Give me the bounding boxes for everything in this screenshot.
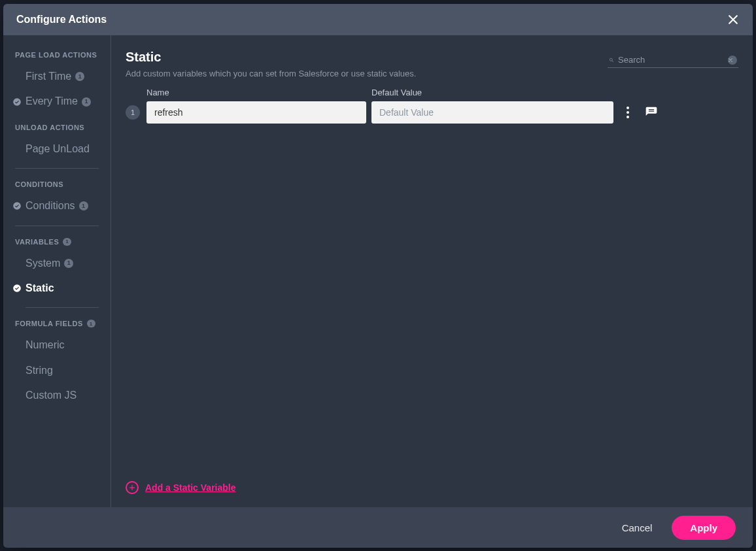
sidebar-item-label: First Time — [26, 69, 71, 84]
sidebar-item-first-time[interactable]: First Time 1 — [3, 64, 111, 89]
name-input[interactable] — [146, 101, 366, 124]
sidebar-item-string[interactable]: String — [3, 358, 111, 383]
cancel-button[interactable]: Cancel — [622, 522, 653, 533]
default-value-input[interactable] — [371, 101, 613, 124]
sidebar: PAGE LOAD ACTIONS First Time 1 Every Tim… — [3, 35, 111, 507]
search-icon — [609, 56, 614, 65]
section-formula-fields: FORMULA FIELDS 1 — [3, 310, 111, 333]
check-icon — [12, 201, 22, 210]
section-page-load-actions: PAGE LOAD ACTIONS — [3, 42, 111, 64]
close-icon — [728, 56, 733, 65]
modal-footer: Cancel Apply — [3, 507, 753, 548]
comment-icon — [645, 106, 658, 119]
section-unload-actions: UNLOAD ACTIONS — [3, 114, 111, 137]
svg-point-1 — [13, 98, 21, 106]
count-badge: 1 — [82, 97, 91, 107]
comment-button[interactable] — [645, 106, 658, 119]
modal-header: Configure Actions — [3, 4, 753, 35]
plus-icon — [128, 484, 136, 492]
svg-point-4 — [610, 58, 612, 61]
sidebar-item-system[interactable]: System 1 — [3, 251, 111, 276]
sidebar-item-static[interactable]: Static — [3, 276, 111, 301]
sidebar-item-label: System — [26, 256, 60, 271]
row-number-badge: 1 — [126, 105, 140, 120]
modal-title: Configure Actions — [16, 14, 107, 25]
main-panel: Static Add custom variables which you ca… — [111, 35, 753, 507]
section-variables: VARIABLES 1 — [3, 229, 111, 251]
sidebar-item-custom-js[interactable]: Custom JS — [3, 383, 111, 408]
count-badge: 1 — [79, 201, 88, 210]
search-clear-button[interactable] — [728, 56, 737, 65]
page-title: Static — [126, 50, 416, 65]
count-badge: 1 — [64, 259, 73, 268]
sidebar-item-label: Numeric — [26, 338, 65, 352]
sidebar-item-label: Conditions — [26, 199, 75, 213]
sidebar-item-label: String — [26, 363, 53, 378]
column-header-name: Name — [146, 88, 366, 97]
sidebar-item-conditions[interactable]: Conditions 1 — [3, 193, 111, 218]
sidebar-item-page-unload[interactable]: Page UnLoad — [3, 137, 111, 161]
sidebar-item-label: Custom JS — [26, 388, 77, 403]
count-badge: 1 — [75, 72, 84, 81]
search-input[interactable] — [618, 55, 728, 65]
sidebar-item-label: Page UnLoad — [26, 142, 90, 156]
variable-row: 1 — [126, 101, 738, 124]
apply-button[interactable]: Apply — [672, 516, 736, 540]
sidebar-item-every-time[interactable]: Every Time 1 — [3, 89, 111, 114]
sidebar-item-numeric[interactable]: Numeric — [3, 333, 111, 358]
section-conditions: CONDITIONS — [3, 171, 111, 193]
check-icon — [12, 284, 22, 293]
count-badge: 1 — [87, 320, 95, 327]
add-variable-button[interactable] — [126, 481, 139, 494]
kebab-icon — [627, 107, 629, 109]
page-subtitle: Add custom variables which you can set f… — [126, 69, 416, 78]
sidebar-item-label: Static — [26, 281, 54, 295]
search-box[interactable] — [608, 52, 738, 68]
configure-actions-modal: Configure Actions PAGE LOAD ACTIONS Firs… — [3, 4, 753, 548]
close-icon — [727, 13, 740, 26]
svg-point-3 — [13, 284, 21, 292]
svg-point-2 — [13, 203, 21, 210]
add-variable-link[interactable]: Add a Static Variable — [145, 482, 236, 493]
count-badge: 1 — [63, 238, 71, 246]
column-header-default-value: Default Value — [371, 88, 613, 97]
more-options-button[interactable] — [624, 104, 632, 121]
check-icon — [12, 97, 22, 107]
close-button[interactable] — [724, 10, 742, 29]
sidebar-item-label: Every Time — [26, 94, 78, 109]
svg-line-5 — [612, 61, 613, 62]
